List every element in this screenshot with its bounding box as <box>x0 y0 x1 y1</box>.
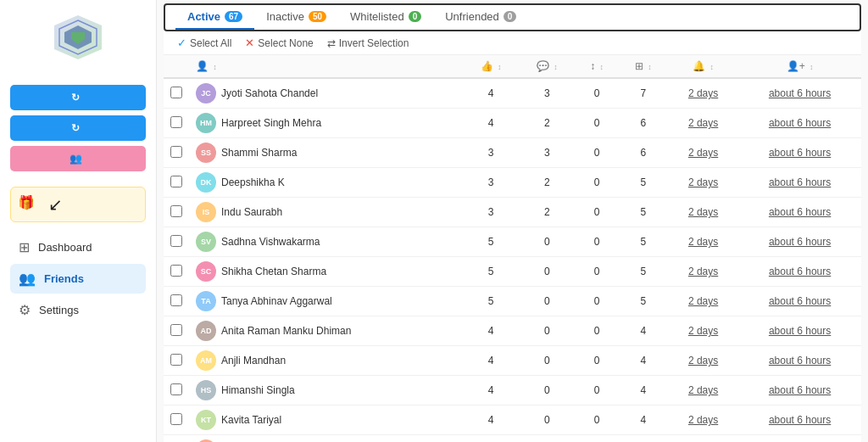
sidebar-item-label-settings: Settings <box>39 304 79 316</box>
row-notify: 2 days <box>668 168 738 198</box>
row-checkbox-cell[interactable] <box>164 109 189 138</box>
row-checkbox-cell[interactable] <box>164 257 189 287</box>
tab-inactive[interactable]: Inactive 50 <box>254 5 338 30</box>
table-row: JC Jyoti Sahota Chandel 4 3 0 7 2 days a… <box>164 78 861 109</box>
row-checkbox[interactable] <box>170 235 182 247</box>
row-checkbox[interactable] <box>170 413 182 425</box>
row-likes: 5 <box>463 257 519 287</box>
row-comments: 0 <box>519 227 575 257</box>
col-notify[interactable]: 🔔 ↕ <box>668 55 738 78</box>
select-none-action[interactable]: ✕ Select None <box>245 36 313 49</box>
friend-name-text[interactable]: Shammi Sharma <box>221 147 297 159</box>
row-likes: 3 <box>463 138 519 168</box>
row-likes: 4 <box>463 376 519 406</box>
row-checkbox-cell[interactable] <box>164 78 189 109</box>
row-comments: 0 <box>519 316 575 346</box>
col-comments[interactable]: 💬 ↕ <box>519 55 575 78</box>
avatar: IS <box>196 202 216 222</box>
friend-name-text[interactable]: Anjli Mandhan <box>221 355 286 366</box>
row-name-cell: SC Shikha Chetan Sharma <box>189 257 463 287</box>
friend-name-text[interactable]: Jyoti Sahota Chandel <box>221 87 318 99</box>
row-checkbox[interactable] <box>170 176 182 187</box>
row-checkbox[interactable] <box>170 265 182 277</box>
row-checkbox-cell[interactable] <box>164 406 189 435</box>
row-since: about 6 hours <box>738 109 861 138</box>
gift-icon: 🎁 <box>18 194 35 210</box>
row-checkbox-cell[interactable] <box>164 287 189 316</box>
row-notify: 2 days <box>668 198 738 227</box>
col-friend-since[interactable]: 👤+ ↕ <box>738 55 861 78</box>
col-likes[interactable]: 👍 ↕ <box>463 55 519 78</box>
row-shares: 0 <box>575 406 619 435</box>
tab-active[interactable]: Active 67 <box>175 5 254 30</box>
row-shares: 0 <box>575 435 619 443</box>
sidebar-item-dashboard[interactable]: ⊞ Dashboard <box>10 232 146 262</box>
row-since: about 6 hours <box>738 168 861 198</box>
friend-name-text[interactable]: Sadhna Vishwakarma <box>221 236 320 248</box>
row-checkbox[interactable] <box>170 205 182 217</box>
sidebar-item-settings[interactable]: ⚙ Settings <box>10 295 146 325</box>
row-checkbox[interactable] <box>170 354 182 366</box>
row-checkbox[interactable] <box>170 87 182 98</box>
row-name-cell: KT Kavita Tariyal <box>189 406 463 435</box>
row-checkbox-cell[interactable] <box>164 376 189 406</box>
sync-engagements-button[interactable]: ↻ <box>10 115 146 141</box>
row-checkbox-cell[interactable] <box>164 316 189 346</box>
row-shares: 0 <box>575 287 619 316</box>
friend-name-text[interactable]: Indu Saurabh <box>221 206 282 218</box>
avatar: TA <box>196 291 216 311</box>
col-shares[interactable]: ↕ ↕ <box>575 55 619 78</box>
table-row: HM Harpreet Singh Mehra 4 2 0 6 2 days a… <box>164 109 861 138</box>
col-grid[interactable]: ⊞ ↕ <box>619 55 668 78</box>
row-notify: 2 days <box>668 287 738 316</box>
tab-unfriended[interactable]: Unfriended 0 <box>433 5 528 30</box>
row-shares: 0 <box>575 376 619 406</box>
tab-inactive-label: Inactive <box>266 10 304 23</box>
row-notify: 2 days <box>668 138 738 168</box>
tab-active-badge: 67 <box>225 11 242 22</box>
row-checkbox-cell[interactable] <box>164 168 189 198</box>
avatar: SS <box>196 143 216 163</box>
row-notify: 2 days <box>668 257 738 287</box>
settings-icon: ⚙ <box>19 302 31 318</box>
friend-name-text[interactable]: Harpreet Singh Mehra <box>221 117 321 129</box>
tab-whitelisted[interactable]: Whitelisted 0 <box>338 5 433 30</box>
row-checkbox-cell[interactable] <box>164 227 189 257</box>
friend-name-text[interactable]: Shikha Chetan Sharma <box>221 266 326 277</box>
row-likes: 4 <box>463 406 519 435</box>
sync-friends-button[interactable]: ↻ <box>10 85 146 110</box>
select-all-action[interactable]: ✓ Select All <box>177 36 231 49</box>
row-since: about 6 hours <box>738 138 861 168</box>
row-grid: 6 <box>619 109 668 138</box>
row-comments: 2 <box>519 168 575 198</box>
row-checkbox[interactable] <box>170 294 182 306</box>
row-checkbox-cell[interactable] <box>164 346 189 376</box>
friend-name-text[interactable]: Anita Raman Manku Dhiman <box>221 325 351 337</box>
row-checkbox[interactable] <box>170 146 182 158</box>
table-header-row: 👤 ↕ 👍 ↕ 💬 ↕ ↕ ↕ ⊞ ↕ 🔔 ↕ 👤+ ↕ <box>164 55 861 78</box>
row-checkbox-cell[interactable] <box>164 435 189 443</box>
row-checkbox[interactable] <box>170 324 182 336</box>
friends-table-container[interactable]: 👤 ↕ 👍 ↕ 💬 ↕ ↕ ↕ ⊞ ↕ 🔔 ↕ 👤+ ↕ JC Jyoti Sa… <box>164 55 861 442</box>
friend-name-text[interactable]: Kavita Tariyal <box>221 414 281 426</box>
row-comments: 3 <box>519 78 575 109</box>
row-checkbox[interactable] <box>170 383 182 395</box>
friend-name-text[interactable]: Tanya Abhinav Aggarwal <box>221 295 332 307</box>
sync-friends-icon: ↻ <box>71 92 80 104</box>
unfriend-selected-button[interactable]: 👥 <box>10 146 146 171</box>
friend-name-text[interactable]: Himanshi Singla <box>221 384 295 396</box>
sidebar-item-friends[interactable]: 👥 Friends <box>10 264 146 294</box>
row-checkbox[interactable] <box>170 116 182 128</box>
col-name[interactable]: 👤 ↕ <box>189 55 463 78</box>
friend-name-text[interactable]: Deepshikha K <box>221 176 285 188</box>
app-logo <box>53 14 103 61</box>
row-shares: 0 <box>575 198 619 227</box>
row-grid: 4 <box>619 316 668 346</box>
row-since: about 6 hours <box>738 346 861 376</box>
row-checkbox-cell[interactable] <box>164 198 189 227</box>
row-grid: 7 <box>619 78 668 109</box>
promo-box: 🎁 ↙ <box>10 187 146 222</box>
invert-selection-action[interactable]: ⇄ Invert Selection <box>327 37 409 49</box>
row-checkbox-cell[interactable] <box>164 138 189 168</box>
row-notify: 2 days <box>668 227 738 257</box>
